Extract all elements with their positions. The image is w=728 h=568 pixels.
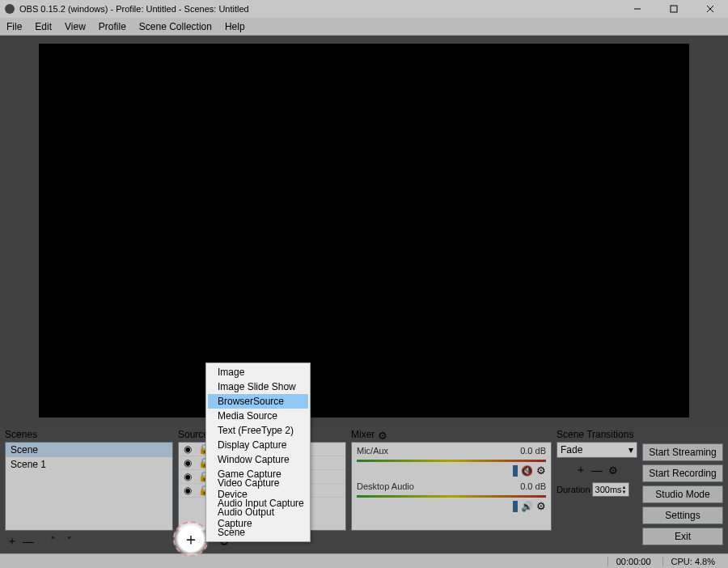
- popup-item-video-capture-device[interactable]: Video Capture Device: [208, 481, 308, 496]
- transition-select-value: Fade: [561, 444, 582, 456]
- mixer-item-name: Desktop Audio: [357, 481, 414, 491]
- menu-view[interactable]: View: [58, 18, 92, 36]
- menu-scene-collection[interactable]: Scene Collection: [133, 18, 218, 36]
- speaker-icon[interactable]: 🔊: [521, 501, 533, 512]
- scenes-list[interactable]: Scene Scene 1: [5, 442, 173, 531]
- mixer-list: Mic/Aux 0.0 dB 🔇 ⚙ Desktop Audio 0.0 dB: [351, 442, 552, 531]
- remove-scene-button[interactable]: —: [21, 534, 36, 549]
- mute-icon[interactable]: 🔇: [521, 465, 533, 477]
- dropdown-icon: ▾: [629, 444, 633, 456]
- scene-row[interactable]: Scene 1: [6, 457, 172, 472]
- scene-row[interactable]: Scene: [6, 443, 172, 457]
- status-time: 00:00:00: [607, 557, 659, 566]
- popup-item-image-slide-show[interactable]: Image Slide Show: [208, 379, 308, 394]
- duration-field[interactable]: 300ms ▲ ▼: [592, 482, 629, 497]
- popup-item-media-source[interactable]: Media Source: [208, 409, 308, 423]
- titlebar: OBS 0.15.2 (windows) - Profile: Untitled…: [0, 0, 728, 18]
- visibility-icon[interactable]: ◉: [182, 471, 193, 482]
- move-scene-down-button[interactable]: ˅: [61, 534, 76, 549]
- mixer-item-mic: Mic/Aux 0.0 dB 🔇 ⚙: [357, 446, 546, 477]
- status-bar: 00:00:00 CPU: 4.8%: [0, 553, 728, 568]
- tutorial-highlight: ＋: [173, 521, 209, 557]
- remove-transition-button[interactable]: —: [590, 463, 604, 477]
- popup-item-window-capture[interactable]: Window Capture: [208, 452, 308, 467]
- mixer-item-settings-icon[interactable]: ⚙: [536, 464, 546, 477]
- duration-value: 300ms: [595, 485, 622, 494]
- exit-button[interactable]: Exit: [642, 528, 723, 545]
- transition-select[interactable]: Fade ▾: [557, 442, 637, 458]
- mixer-item-db: 0.0 dB: [520, 481, 546, 491]
- duration-label: Duration: [557, 485, 590, 494]
- popup-item-text-freetype[interactable]: Text (FreeType 2): [208, 423, 308, 438]
- preview-canvas[interactable]: [39, 44, 689, 418]
- spin-down-icon[interactable]: ▼: [622, 490, 627, 494]
- popup-item-image[interactable]: Image: [208, 365, 308, 379]
- status-cpu: CPU: 4.8%: [662, 557, 723, 566]
- plus-icon[interactable]: ＋: [183, 528, 199, 550]
- popup-item-browsersource[interactable]: BrowserSource: [208, 394, 308, 409]
- scenes-label: Scenes: [5, 429, 173, 442]
- move-scene-up-button[interactable]: ˄: [45, 534, 60, 549]
- scenes-toolbar: ＋ — ˄ ˅: [5, 534, 173, 549]
- maximize-button[interactable]: [655, 0, 692, 18]
- scenes-panel: Scenes Scene Scene 1 ＋ — ˄ ˅: [5, 429, 173, 549]
- menu-edit[interactable]: Edit: [28, 18, 58, 36]
- mixer-label: Mixer: [351, 429, 375, 442]
- mixer-panel: Mixer ⚙ Mic/Aux 0.0 dB 🔇 ⚙ Desktop Audio: [351, 429, 552, 549]
- menu-file[interactable]: File: [0, 18, 28, 36]
- mixer-item-settings-icon[interactable]: ⚙: [536, 500, 546, 512]
- popup-item-audio-output-capture[interactable]: Audio Output Capture: [208, 511, 308, 525]
- add-source-popup[interactable]: Image Image Slide Show BrowserSource Med…: [205, 362, 311, 542]
- window-title: OBS 0.15.2 (windows) - Profile: Untitled…: [19, 4, 249, 14]
- start-recording-button[interactable]: Start Recording: [642, 464, 723, 482]
- transition-settings-button[interactable]: ⚙: [606, 463, 620, 477]
- close-button[interactable]: [692, 0, 728, 18]
- studio-mode-button[interactable]: Studio Mode: [642, 485, 723, 503]
- settings-button[interactable]: Settings: [642, 507, 723, 524]
- preview-background: [0, 36, 728, 426]
- popup-item-display-capture[interactable]: Display Capture: [208, 438, 308, 452]
- visibility-icon[interactable]: ◉: [182, 457, 193, 468]
- transitions-label: Scene Transitions: [557, 429, 637, 442]
- mixer-settings-icon[interactable]: ⚙: [378, 430, 387, 442]
- add-transition-button[interactable]: ＋: [574, 463, 588, 477]
- mixer-item-name: Mic/Aux: [357, 446, 388, 456]
- minimize-button[interactable]: [619, 0, 655, 18]
- svg-rect-0: [671, 6, 677, 12]
- menu-help[interactable]: Help: [218, 18, 252, 36]
- volume-slider[interactable]: [513, 501, 518, 512]
- add-scene-button[interactable]: ＋: [5, 534, 19, 549]
- visibility-icon[interactable]: ◉: [182, 485, 193, 496]
- volume-meter: [357, 495, 546, 498]
- volume-meter: [357, 460, 546, 462]
- mixer-item-db: 0.0 dB: [520, 446, 546, 456]
- visibility-icon[interactable]: ◉: [182, 443, 193, 455]
- app-icon: [5, 4, 15, 14]
- menu-profile[interactable]: Profile: [92, 18, 133, 36]
- mixer-item-desktop: Desktop Audio 0.0 dB 🔊 ⚙: [357, 481, 546, 512]
- start-streaming-button[interactable]: Start Streaming: [642, 443, 723, 461]
- menubar: File Edit View Profile Scene Collection …: [0, 18, 728, 36]
- transitions-panel: Scene Transitions Fade ▾ ＋ — ⚙ Duration …: [557, 429, 637, 549]
- control-buttons: Start Streaming Start Recording Studio M…: [642, 429, 723, 549]
- volume-slider[interactable]: [513, 465, 518, 477]
